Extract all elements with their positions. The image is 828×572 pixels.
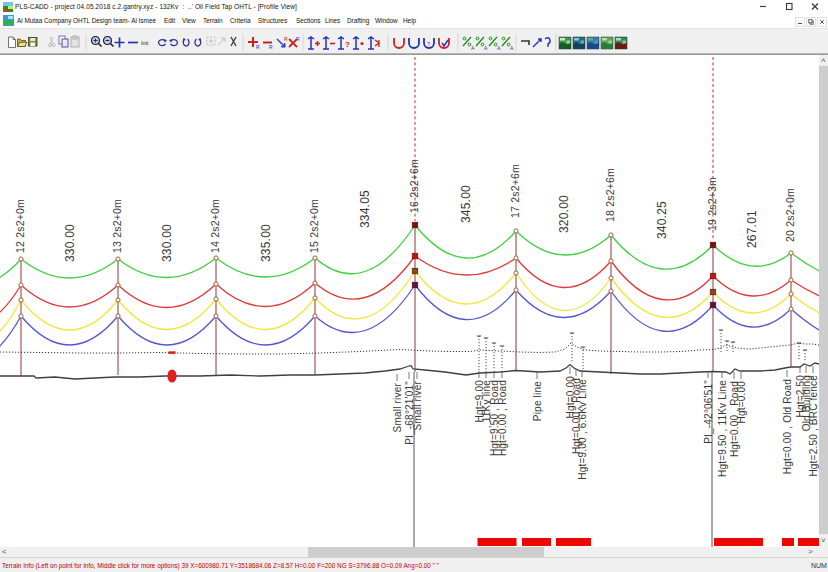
svg-text:320.00: 320.00 <box>557 195 571 233</box>
svg-text:A: A <box>510 45 514 51</box>
svg-text:15 2s2+0m: 15 2s2+0m <box>308 199 320 253</box>
svg-text:Hgt=0.00 , Old Road: Hgt=0.00 , Old Road <box>782 379 793 474</box>
svg-text:A: A <box>471 45 475 51</box>
svg-text:267.01: 267.01 <box>745 210 759 248</box>
svg-text:345.00: 345.00 <box>459 185 473 223</box>
svg-text:335.00: 335.00 <box>259 224 273 262</box>
svg-text:16 2s2+6m: 16 2s2+6m <box>408 159 420 213</box>
svg-text:19 2s2+3m: 19 2s2+3m <box>706 177 718 231</box>
svg-text:13 2s2+0m: 13 2s2+0m <box>111 199 123 253</box>
svg-text:330.00: 330.00 <box>63 224 77 262</box>
svg-text:330.00: 330.00 <box>160 224 174 262</box>
svg-text:Hgt=9.00 , 6.6Kv Line: Hgt=9.00 , 6.6Kv Line <box>577 379 588 480</box>
svg-text:R: R <box>269 44 273 50</box>
svg-text:18 2s2+6m: 18 2s2+6m <box>604 168 616 222</box>
svg-text:Hgt=9.50 , 11Kv Line: Hgt=9.50 , 11Kv Line <box>717 380 728 477</box>
svg-text:Small river: Small river <box>392 383 403 433</box>
svg-text:Init: Init <box>141 40 149 46</box>
svg-text:R: R <box>296 36 300 42</box>
svg-text:Hgt=0.00 , Road: Hgt=0.00 , Road <box>497 380 508 456</box>
svg-text:R: R <box>284 36 288 42</box>
svg-text:Pipe line: Pipe line <box>532 381 543 421</box>
svg-text:20 2s2+0m: 20 2s2+0m <box>784 188 796 242</box>
svg-text:?: ? <box>427 41 431 47</box>
svg-text:Small river: Small river <box>412 381 423 431</box>
svg-text:A: A <box>484 45 488 51</box>
svg-text:340.25: 340.25 <box>655 201 669 239</box>
svg-text:14 2s2+0m: 14 2s2+0m <box>209 199 221 253</box>
svg-text:A: A <box>497 45 501 51</box>
svg-text:PI_-42°06'51": PI_-42°06'51" <box>703 380 714 444</box>
svg-text:17 2s2+6m: 17 2s2+6m <box>509 164 521 218</box>
svg-text:Hgt=2.50 , BRC fence: Hgt=2.50 , BRC fence <box>808 375 819 477</box>
svg-text:R: R <box>256 44 260 50</box>
svg-text:?: ? <box>345 40 350 49</box>
svg-text:12 2s2+0m: 12 2s2+0m <box>14 199 26 253</box>
svg-text:Hgt=0.00: Hgt=0.00 <box>736 381 747 424</box>
svg-text:334.05: 334.05 <box>358 190 372 228</box>
